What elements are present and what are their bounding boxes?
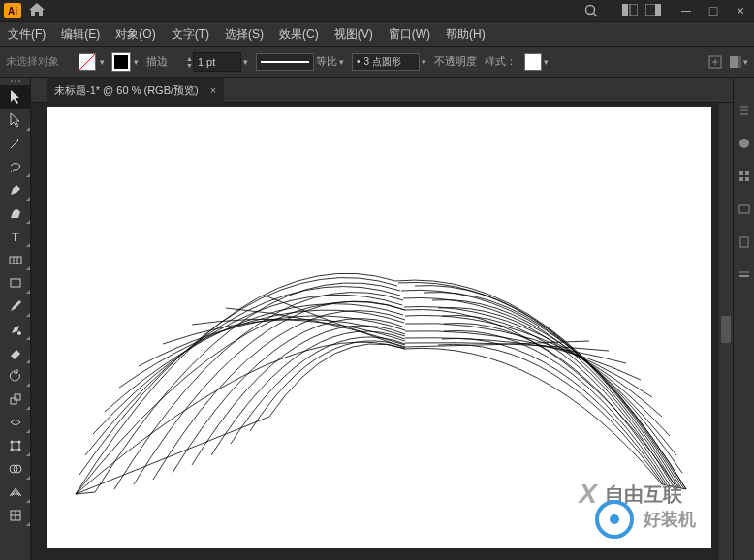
mesh-tool[interactable] <box>0 504 31 527</box>
document-area: 未标题-1* @ 60 % (RGB/预览) × <box>31 78 733 560</box>
line-segment-tool[interactable] <box>0 248 31 271</box>
svg-rect-10 <box>738 56 741 68</box>
style-label: 样式： <box>485 54 517 69</box>
svg-rect-38 <box>740 237 748 247</box>
tab-bar: 未标题-1* @ 60 % (RGB/预览) × <box>31 78 733 103</box>
magic-wand-tool[interactable] <box>0 132 31 155</box>
svg-rect-3 <box>630 4 638 16</box>
svg-rect-34 <box>745 171 749 175</box>
direct-selection-tool[interactable] <box>0 109 31 132</box>
toolbox: T <box>0 78 31 560</box>
stroke-swatch[interactable] <box>112 53 130 71</box>
shape-builder-tool[interactable] <box>0 457 31 481</box>
graphic-style-swatch[interactable] <box>524 53 542 71</box>
canvas-viewport[interactable]: X 自由互联 好装机 <box>31 103 733 560</box>
menu-effect[interactable]: 效果(C) <box>275 24 323 45</box>
workspace-icon-2[interactable] <box>645 4 661 18</box>
menu-window[interactable]: 窗口(W) <box>385 24 434 45</box>
watermark-circle-icon <box>595 500 634 539</box>
width-tool[interactable] <box>0 411 31 434</box>
chevron-down-icon[interactable]: ▾ <box>243 57 248 67</box>
menu-edit[interactable]: 编辑(E) <box>57 24 104 45</box>
svg-point-32 <box>739 139 749 148</box>
fill-swatch[interactable] <box>79 53 96 71</box>
type-tool[interactable]: T <box>0 225 31 248</box>
pen-tool[interactable] <box>0 178 31 202</box>
watermark-brand-2: 好装机 <box>644 508 696 531</box>
svg-rect-37 <box>739 205 749 213</box>
menu-select[interactable]: 选择(S) <box>221 24 267 45</box>
variable-width-profile[interactable] <box>256 53 314 71</box>
menu-type[interactable]: 文字(T) <box>168 24 213 45</box>
stepper-up[interactable]: ▲ <box>186 55 193 62</box>
brush-definition[interactable]: • 3 点圆形 <box>352 53 420 71</box>
chevron-down-icon[interactable]: ▾ <box>339 57 344 67</box>
shaper-tool[interactable] <box>0 318 31 341</box>
svg-point-0 <box>586 6 595 15</box>
brushes-panel-icon[interactable] <box>737 202 752 217</box>
home-icon[interactable] <box>29 3 45 19</box>
svg-text:T: T <box>12 230 19 243</box>
lasso-tool[interactable] <box>0 155 31 178</box>
scale-tool[interactable] <box>0 388 31 411</box>
svg-rect-18 <box>11 279 20 287</box>
chevron-down-icon[interactable]: ▾ <box>100 57 105 67</box>
svg-point-23 <box>11 441 14 444</box>
no-selection-label: 未选择对象 <box>6 54 59 69</box>
svg-point-19 <box>17 331 21 335</box>
svg-point-26 <box>18 449 21 451</box>
chevron-down-icon[interactable]: ▾ <box>134 57 139 67</box>
right-panel <box>733 78 754 560</box>
svg-rect-22 <box>12 442 19 450</box>
menu-file[interactable]: 文件(F) <box>4 24 49 45</box>
stepper-down[interactable]: ▼ <box>186 62 193 69</box>
toolbox-grip[interactable] <box>0 78 30 85</box>
opacity-label: 不透明度 <box>434 54 477 69</box>
watermark-x: X <box>579 479 597 510</box>
preferences-icon[interactable]: ▾ <box>729 52 748 72</box>
stroke-weight-input[interactable] <box>193 52 241 72</box>
vertical-scrollbar[interactable] <box>719 103 733 560</box>
menu-bar: 文件(F) 编辑(E) 对象(O) 文字(T) 选择(S) 效果(C) 视图(V… <box>0 21 754 47</box>
eraser-tool[interactable] <box>0 341 31 364</box>
options-bar: 未选择对象 ▾ ▾ 描边： ▲ ▼ ▾ 等比 ▾ • 3 点圆形 ▾ 不透明度 … <box>0 47 754 78</box>
maximize-button[interactable]: □ <box>704 3 723 18</box>
rotate-tool[interactable] <box>0 364 31 388</box>
perspective-grid-tool[interactable] <box>0 481 31 504</box>
svg-rect-20 <box>11 398 16 404</box>
fill-control[interactable]: ▾ <box>79 53 105 71</box>
selection-tool[interactable] <box>0 85 31 109</box>
document-tab[interactable]: 未标题-1* @ 60 % (RGB/预览) × <box>47 78 224 103</box>
search-icon[interactable] <box>580 0 603 21</box>
symbols-panel-icon[interactable] <box>737 234 752 250</box>
menu-object[interactable]: 对象(O) <box>111 24 159 45</box>
properties-panel-icon[interactable] <box>737 103 752 118</box>
rectangle-tool[interactable] <box>0 271 31 295</box>
swatches-panel-icon[interactable] <box>737 169 752 184</box>
3d-arch-artwork[interactable] <box>66 223 696 504</box>
close-tab-icon[interactable]: × <box>210 84 216 96</box>
chevron-down-icon[interactable]: ▾ <box>422 57 426 67</box>
minimize-button[interactable]: ─ <box>676 3 696 18</box>
svg-rect-21 <box>15 394 20 400</box>
chevron-down-icon[interactable]: ▾ <box>544 57 549 67</box>
color-panel-icon[interactable] <box>737 136 752 151</box>
brush-bullet: • <box>357 56 361 67</box>
svg-line-1 <box>594 14 598 17</box>
paintbrush-tool[interactable] <box>0 295 31 318</box>
brush-label: 3 点圆形 <box>363 55 400 69</box>
stroke-weight-label: 描边： <box>146 54 178 69</box>
document-setup-icon[interactable] <box>706 52 725 72</box>
artboard[interactable]: X 自由互联 好装机 <box>47 107 711 548</box>
svg-point-12 <box>15 80 16 82</box>
close-button[interactable]: × <box>731 3 750 18</box>
svg-point-25 <box>11 449 14 451</box>
free-transform-tool[interactable] <box>0 434 31 457</box>
stroke-panel-icon[interactable] <box>737 267 752 283</box>
workspace-icon-1[interactable] <box>622 4 638 18</box>
menu-help[interactable]: 帮助(H) <box>442 24 489 45</box>
scrollbar-thumb[interactable] <box>721 316 731 343</box>
stroke-control[interactable]: ▾ <box>112 53 139 71</box>
menu-view[interactable]: 视图(V) <box>330 24 377 45</box>
curvature-tool[interactable] <box>0 202 31 225</box>
